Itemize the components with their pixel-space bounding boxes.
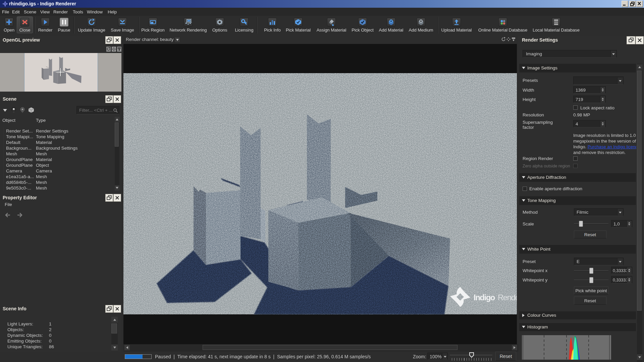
svg-text:Renderer: Renderer <box>498 293 517 302</box>
svg-text:Indigo: Indigo <box>474 293 495 302</box>
